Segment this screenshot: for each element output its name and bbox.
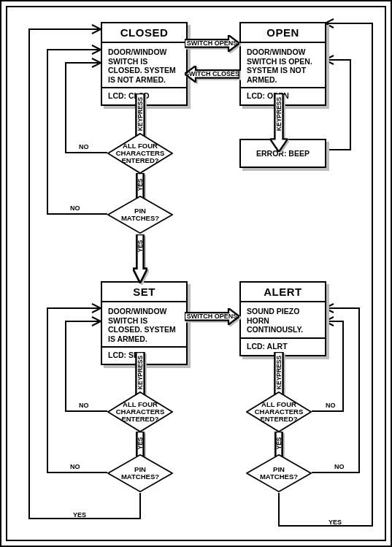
decision-d1: ALL FOUR CHARACTERS ENTERED? bbox=[107, 133, 173, 174]
arrow-switch-closes: SWITCH CLOSES bbox=[185, 66, 239, 82]
label-no-d2: NO bbox=[70, 204, 80, 212]
arrow-yes-d2-label: YES bbox=[137, 240, 144, 252]
decision-d3-text: ALL FOUR CHARACTERS ENTERED? bbox=[115, 401, 166, 423]
arrow-keypress-open: KEYPRESS bbox=[270, 93, 288, 134]
connector-lines bbox=[7, 7, 385, 540]
arrow-switch-opens-bottom: SWITCH OPENS bbox=[185, 308, 239, 324]
arrow-switch-closes-label: SWITCH CLOSES bbox=[185, 70, 239, 77]
diagram-frame: CLOSED DOOR/WINDOW SWITCH IS CLOSED. SYS… bbox=[0, 0, 392, 547]
decision-d1-text: ALL FOUR CHARACTERS ENTERED? bbox=[115, 142, 166, 164]
decision-d6-text: PIN MATCHES? bbox=[253, 466, 304, 481]
arrow-yes-d5-label: YES bbox=[275, 437, 283, 449]
state-set-title: SET bbox=[102, 283, 186, 302]
arrow-yes-d2: YES bbox=[133, 234, 147, 258]
state-alert-title: ALERT bbox=[241, 283, 325, 302]
diagram-canvas: CLOSED DOOR/WINDOW SWITCH IS CLOSED. SYS… bbox=[6, 6, 386, 541]
state-open-title: OPEN bbox=[241, 23, 325, 43]
label-yes-d4-loop: YES bbox=[73, 511, 86, 519]
state-closed-title: CLOSED bbox=[102, 23, 186, 43]
decision-d3: ALL FOUR CHARACTERS ENTERED? bbox=[107, 391, 173, 432]
decision-d5-text: ALL FOUR CHARACTERS ENTERED? bbox=[253, 401, 304, 423]
arrow-yes-d3: YES bbox=[133, 432, 147, 455]
arrow-keypress-closed-label: KEYPRESS bbox=[137, 97, 144, 131]
decision-d6: PIN MATCHES? bbox=[246, 454, 312, 492]
arrow-keypress-set: KEYPRESS bbox=[131, 352, 149, 393]
label-no-d6: NO bbox=[334, 463, 345, 470]
arrow-keypress-alert-label: KEYPRESS bbox=[275, 356, 283, 389]
state-set-body: DOOR/WINDOW SWITCH IS CLOSED. SYSTEM IS … bbox=[102, 302, 186, 346]
arrow-keypress-closed: KEYPRESS bbox=[131, 93, 149, 134]
arrow-switch-opens-top: SWITCH OPENS bbox=[185, 35, 239, 51]
state-alert: ALERT SOUND PIEZO HORN CONTINOUSLY. LCD:… bbox=[239, 281, 326, 356]
state-open-body: DOOR/WINDOW SWITCH IS OPEN. SYSTEM IS NO… bbox=[241, 43, 325, 87]
arrow-yes-d3-label: YES bbox=[137, 437, 144, 449]
decision-d4-text: PIN MATCHES? bbox=[115, 466, 166, 481]
arrow-keypress-alert: KEYPRESS bbox=[270, 352, 288, 393]
decision-d5: ALL FOUR CHARACTERS ENTERED? bbox=[246, 391, 312, 432]
arrow-keypress-set-label: KEYPRESS bbox=[137, 356, 144, 389]
decision-d2-text: PIN MATCHES? bbox=[115, 207, 166, 222]
label-no-d5: NO bbox=[326, 402, 336, 409]
label-yes-d6-loop: YES bbox=[328, 519, 342, 526]
arrow-switch-opens-top-label: SWITCH OPENS bbox=[187, 39, 238, 47]
arrow-yes-d1-label: YES bbox=[137, 178, 144, 191]
arrow-switch-opens-bottom-label: SWITCH OPENS bbox=[187, 313, 238, 320]
decision-d2: PIN MATCHES? bbox=[107, 196, 173, 234]
decision-d4: PIN MATCHES? bbox=[107, 454, 173, 492]
state-alert-body: SOUND PIEZO HORN CONTINOUSLY. bbox=[241, 302, 325, 337]
state-closed-body: DOOR/WINDOW SWITCH IS CLOSED. SYSTEM IS … bbox=[102, 43, 186, 87]
label-no-d1: NO bbox=[79, 143, 89, 150]
arrow-yes-d5: YES bbox=[272, 432, 286, 455]
arrow-yes-d1: YES bbox=[133, 173, 147, 196]
label-no-d4: NO bbox=[70, 463, 80, 470]
label-no-d3: NO bbox=[79, 402, 89, 409]
arrow-keypress-open-label: KEYPRESS bbox=[275, 97, 283, 131]
